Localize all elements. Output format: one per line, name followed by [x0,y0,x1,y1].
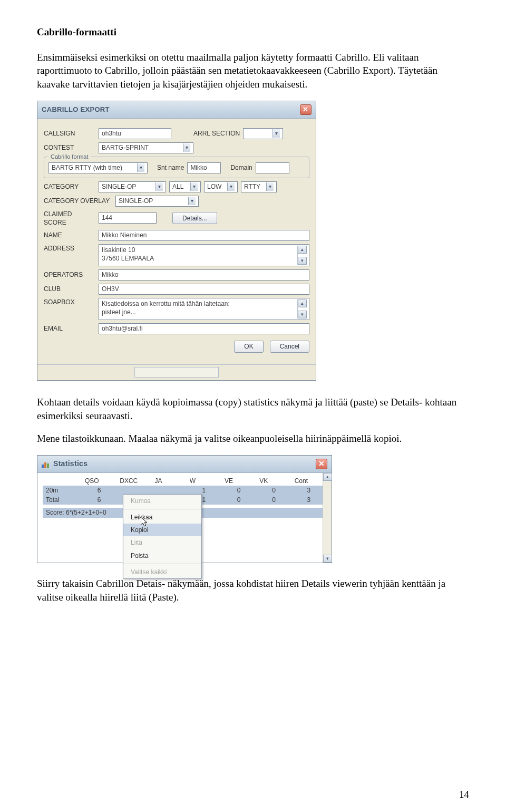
stats-title: Statistics [53,459,87,469]
email-input[interactable]: oh3htu@sral.fi [99,323,309,334]
callsign-input[interactable]: oh3htu [99,128,171,139]
category-main-select[interactable]: SINGLE-OP▾ [99,181,166,192]
soapbox-label: SOAPBOX [44,298,95,306]
cancel-button[interactable]: Cancel [270,341,309,353]
name-label: NAME [44,231,95,239]
scroll-up-icon[interactable]: ▴ [298,246,307,254]
details-button[interactable]: Details... [172,212,217,224]
chevron-down-icon: ▾ [188,197,196,205]
category-label: CATEGORY [44,182,95,191]
details-paragraph: Kohtaan details voidaan käydä kopioimass… [37,395,469,422]
claimed-score-label: CLAIMED SCORE [44,210,95,227]
statistics-window: Statistics ✕ QSO DXCC JA W VE VK Cont 20… [37,455,332,563]
dialog-title: CABRILLO EXPORT [42,105,110,114]
stats-header-row: QSO DXCC JA W VE VK Cont [43,476,326,486]
club-label: CLUB [44,285,95,293]
cabrillo-export-dialog: CABRILLO EXPORT ✕ CALLSIGN oh3htu ARRL S… [37,101,316,381]
chevron-down-icon: ▾ [183,143,190,152]
scroll-down-icon[interactable]: ▾ [298,257,307,265]
chart-icon [42,460,50,468]
soapbox-textarea[interactable]: Kisatiedoissa on kerrottu mitä tähän lai… [99,298,309,320]
scroll-down-icon[interactable]: ▾ [298,311,307,318]
chevron-down-icon: ▾ [137,163,144,172]
scroll-up-icon[interactable]: ▴ [298,299,307,307]
sntname-input[interactable]: Mikko [187,162,221,173]
intro-paragraph: Ensimmäiseksi esimerkiksi on otettu maai… [37,51,469,91]
domain-label: Domain [230,163,252,172]
arrl-section-select[interactable]: ▾ [243,128,283,139]
category-mode-select[interactable]: RTTY▾ [241,181,277,192]
club-input[interactable]: OH3V [99,284,309,295]
menu-poista[interactable]: Poista [123,549,201,562]
chevron-down-icon: ▾ [155,182,163,191]
cursor-icon [141,517,149,528]
arrl-section-label: ARRL SECTION [193,129,240,138]
cabrillo-format-groupbox: Cabrillo format BARTG RTTY (with time)▾ … [44,157,309,178]
instruction-paragraph: Mene tilastoikkunaan. Maalaa näkymä ja v… [37,432,469,446]
callsign-label: CALLSIGN [44,129,95,138]
menu-kopioi[interactable]: Kopioi [123,524,201,536]
scrollbar[interactable]: ▴ ▾ [323,473,332,563]
chevron-down-icon: ▾ [266,182,274,191]
stats-titlebar[interactable]: Statistics ✕ [37,456,332,473]
final-paragraph: Siirry takaisin Cabrillon Detais- näkymä… [37,577,469,604]
category-overlay-select[interactable]: SINGLE-OP▾ [115,196,199,207]
groupbox-title: Cabrillo format [48,153,91,161]
sntname-label: Snt name [157,163,184,172]
category-band-select[interactable]: ALL▾ [169,181,201,192]
dialog-titlebar[interactable]: CABRILLO EXPORT ✕ [37,101,316,119]
ok-button[interactable]: OK [234,341,263,353]
chevron-down-icon: ▾ [227,182,235,191]
address-label: ADDRESS [44,244,95,253]
operators-label: OPERATORS [44,270,95,279]
close-icon[interactable]: ✕ [300,104,312,115]
svg-marker-0 [141,517,147,526]
contest-label: CONTEST [44,143,95,152]
address-textarea[interactable]: Iisakintie 10 37560 LEMPAALA ▴ ▾ [99,244,309,266]
scroll-up-icon[interactable]: ▴ [323,473,332,481]
chevron-down-icon: ▾ [273,129,280,138]
close-icon[interactable]: ✕ [316,459,327,469]
domain-input[interactable] [256,162,289,173]
claimed-score-input[interactable]: 144 [99,212,157,224]
name-input[interactable]: Mikko Nieminen [99,230,309,241]
dialog-footer [37,364,316,380]
menu-kumoa: Kumoa [123,495,201,507]
scroll-down-icon[interactable]: ▾ [323,555,332,563]
category-power-select[interactable]: LOW▾ [204,181,238,192]
email-label: EMAIL [44,324,95,333]
operators-input[interactable]: Mikko [99,269,309,281]
scrollbar[interactable]: ▴ ▾ [297,246,306,265]
chevron-down-icon: ▾ [190,182,198,191]
menu-liita: Liitä [123,536,201,549]
menu-valitse-kaikki: Valitse kaikki [123,566,201,578]
scrollbar[interactable]: ▴ ▾ [297,299,306,318]
contest-select[interactable]: BARTG-SPRINT▾ [99,142,193,153]
category-overlay-label: CATEGORY OVERLAY [44,197,112,205]
menu-leikkaa[interactable]: Leikkaa [123,511,201,524]
context-menu: Kumoa Leikkaa Kopioi Liitä Poista Valits… [123,494,202,579]
heading-cabrillo: Cabrillo-formaatti [37,25,469,39]
cabrillo-format-select[interactable]: BARTG RTTY (with time)▾ [48,162,148,173]
